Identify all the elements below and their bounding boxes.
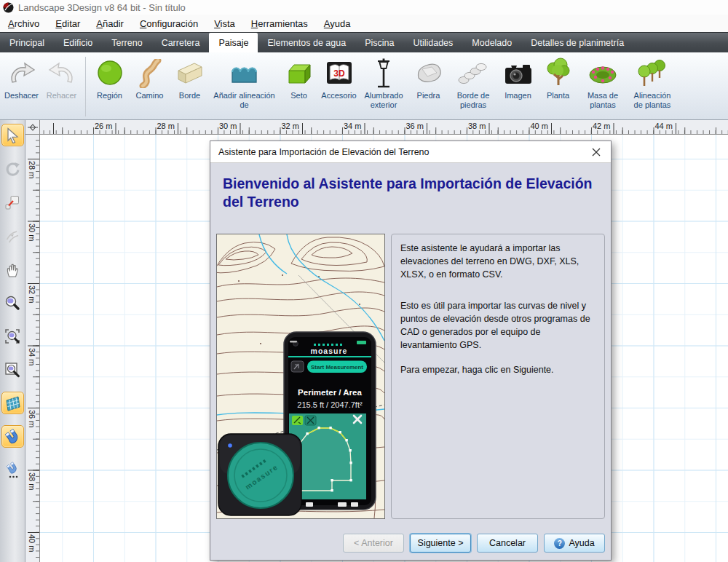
plant-mass-button[interactable]: Masa de plantas [578, 54, 628, 111]
horizontal-ruler-label: 38 m [468, 122, 486, 130]
wizard-paragraph: Para empezar, haga clic en Siguiente. [400, 364, 596, 377]
back-button[interactable]: < Anterior [343, 534, 404, 553]
menu-bar: ArchivoEditarAñadirConfiguraciónVistaHer… [0, 15, 728, 32]
horizontal-ruler: 26 m28 m30 m32 m34 m36 m38 m40 m42 m44 m [40, 120, 728, 135]
horizontal-ruler-label: 28 m [157, 122, 175, 130]
tab-elementos-de-agua[interactable]: Elementos de agua [258, 33, 355, 52]
svg-text:Perimeter / Area: Perimeter / Area [298, 388, 362, 397]
horizontal-ruler-label: 40 m [531, 122, 548, 130]
zoom-extents-tool-button[interactable] [1, 358, 24, 381]
select-tool-button[interactable] [1, 124, 24, 146]
menu-item[interactable]: Editar [47, 16, 88, 31]
stone-border-button[interactable]: Borde de piedras [448, 54, 498, 111]
svg-text:215.5 ft / 2047.7ft²: 215.5 ft / 2047.7ft² [297, 400, 363, 409]
close-icon [592, 148, 601, 157]
window-title: Landscape 3Design v8 64 bit - Sin título [18, 2, 186, 13]
undo-button[interactable]: Deshacer [1, 54, 41, 101]
vertical-ruler-label: 36 m [28, 410, 36, 427]
zoom-tool-button[interactable] [1, 291, 24, 314]
vertical-ruler-label: 32 m [28, 285, 36, 303]
curve-edit-tool-button[interactable] [1, 224, 24, 247]
border-icon [174, 56, 206, 91]
dialog-titlebar: Asistente para Importación de Elevación … [210, 141, 611, 163]
help-icon: ? [554, 538, 565, 549]
tool-column [0, 120, 25, 562]
snap-toggle-button[interactable] [1, 425, 24, 448]
help-button[interactable]: ? Ayuda [544, 534, 605, 553]
tab-terreno[interactable]: Terreno [102, 33, 151, 52]
plant-mass-icon [586, 56, 620, 91]
stone-button[interactable]: Piedra [408, 54, 448, 101]
horizontal-ruler-label: 44 m [655, 122, 673, 130]
tab-paisaje[interactable]: Paisaje [209, 33, 258, 52]
next-button[interactable]: Siguiente > [410, 534, 471, 553]
close-button[interactable] [582, 141, 611, 163]
undo-icon [7, 56, 37, 91]
zoom-window-icon [4, 328, 20, 344]
plant-icon [542, 56, 574, 91]
zoom-window-tool-button[interactable] [1, 325, 24, 347]
horizontal-ruler-label: 36 m [406, 122, 424, 130]
menu-item[interactable]: Vista [206, 16, 243, 31]
menu-item[interactable]: Añadir [88, 16, 132, 31]
tab-detalles-de-planimetria[interactable]: Detalles de planimetría [521, 33, 633, 52]
image-button[interactable]: Imagen [498, 54, 538, 101]
accessory-button[interactable]: 3D Accesorio [319, 54, 359, 101]
accessory-3d-icon: 3D [323, 56, 355, 91]
move-node-icon [4, 194, 20, 210]
stone-border-icon [457, 56, 489, 91]
menu-item[interactable]: Herramientas [243, 16, 316, 31]
hedge-button[interactable]: Seto [279, 54, 319, 101]
add-alignment-button[interactable]: Añadir alineación de [210, 54, 279, 111]
terrain-import-wizard-dialog: Asistente para Importación de Elevación … [210, 140, 612, 561]
window-titlebar: Landscape 3Design v8 64 bit - Sin título [0, 0, 728, 15]
cancel-button[interactable]: Cancelar [477, 534, 538, 553]
menu-item[interactable]: Ayuda [316, 16, 359, 31]
app-logo-icon [3, 2, 14, 13]
add-alignment-icon [227, 56, 262, 91]
move-node-tool-button[interactable] [1, 191, 24, 213]
redo-button[interactable]: Rehacer [41, 54, 82, 101]
application-window: Landscape 3Design v8 64 bit - Sin título… [0, 0, 728, 562]
vertical-ruler-label: 34 m [28, 348, 36, 365]
tab-edificio[interactable]: Edificio [54, 33, 102, 52]
plant-row-icon [635, 56, 670, 91]
path-button[interactable]: Camino [130, 54, 170, 101]
ribbon-separator [85, 57, 86, 116]
tab-piscina[interactable]: Piscina [355, 33, 403, 52]
dialog-button-row: < Anterior Siguiente > Cancelar ? Ayuda [343, 534, 605, 553]
rotate-tool-button[interactable] [1, 157, 24, 180]
menu-item[interactable]: Configuración [132, 16, 206, 31]
wizard-paragraph: Esto es útil para importar las curvas de… [400, 300, 596, 352]
wizard-heading: Bienvenido al Asistente para Importación… [210, 163, 611, 212]
wizard-paragraph: Este asistente le ayudará a importar las… [400, 242, 596, 281]
outdoor-lighting-button[interactable]: Alumbrado exterior [359, 54, 408, 111]
moasure-device-illustration: moasure [218, 434, 301, 515]
ruler-origin-icon [28, 122, 38, 132]
vertical-ruler-label: 28 m [28, 161, 36, 178]
grid-toggle-button[interactable] [1, 392, 24, 414]
ribbon-toolbar: Deshacer Rehacer Región Camino Borde [0, 52, 728, 120]
tab-utilidades[interactable]: Utilidades [403, 33, 462, 52]
tab-principal[interactable]: Principal [0, 33, 54, 52]
plant-button[interactable]: Planta [538, 54, 578, 101]
menu-item[interactable]: Archivo [0, 16, 47, 31]
horizontal-ruler-label: 30 m [219, 122, 237, 130]
curve-edit-icon [4, 228, 20, 244]
camera-icon [502, 56, 534, 91]
border-button[interactable]: Borde [170, 54, 210, 101]
redo-icon [47, 56, 77, 91]
horizontal-ruler-label: 32 m [282, 122, 299, 130]
vertical-ruler: 28 m30 m32 m34 m36 m38 m40 m [25, 135, 40, 562]
pan-hand-icon [4, 261, 20, 277]
region-button[interactable]: Región [90, 54, 130, 101]
tab-modelado[interactable]: Modelado [462, 33, 521, 52]
vertical-ruler-label: 30 m [28, 223, 36, 241]
hedge-icon [283, 56, 315, 91]
plant-row-button[interactable]: Alineación de plantas [628, 54, 677, 111]
svg-text:moasure: moasure [311, 347, 348, 355]
pan-tool-button[interactable] [1, 258, 24, 280]
tab-carretera[interactable]: Carretera [152, 33, 210, 52]
snap-options-button[interactable] [1, 459, 24, 481]
zoom-extents-icon [4, 362, 20, 378]
